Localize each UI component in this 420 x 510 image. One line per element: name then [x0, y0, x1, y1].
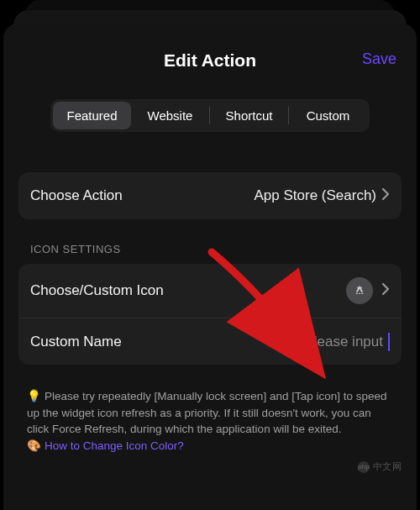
watermark: php 中文网	[358, 460, 402, 473]
custom-name-label: Custom Name	[30, 334, 122, 350]
tip-body: Please try repeatedly [Manually lock scr…	[27, 390, 386, 435]
save-button[interactable]: Save	[362, 50, 396, 68]
choose-action-value: App Store (Search)	[254, 187, 376, 204]
sheet-title: Edit Action	[164, 50, 256, 71]
chevron-right-icon	[381, 282, 390, 299]
watermark-text: 中文网	[373, 460, 402, 473]
segment-featured[interactable]: Featured	[53, 102, 131, 129]
choose-action-cell[interactable]: Choose Action App Store (Search)	[18, 172, 402, 219]
palette-icon: 🎨	[27, 438, 41, 455]
choose-icon-label: Choose/Custom Icon	[30, 282, 164, 299]
custom-name-input[interactable]: Please input	[304, 334, 383, 350]
segment-website[interactable]: Website	[131, 102, 209, 129]
bulb-icon: 💡	[27, 388, 41, 405]
custom-name-cell[interactable]: Custom Name Please input	[18, 318, 402, 365]
app-store-icon	[346, 277, 373, 304]
choose-action-group: Choose Action App Store (Search)	[18, 172, 402, 219]
choose-icon-cell[interactable]: Choose/Custom Icon	[18, 264, 402, 318]
segment-shortcut[interactable]: Shortcut	[210, 102, 288, 129]
segment-custom[interactable]: Custom	[289, 102, 367, 129]
text-cursor	[388, 333, 390, 351]
sheet-header: Edit Action Save	[18, 50, 402, 71]
change-icon-color-link[interactable]: How to Change Icon Color?	[45, 439, 184, 452]
tip-text-block: 💡Please try repeatedly [Manually lock sc…	[18, 388, 402, 454]
icon-settings-header: ICON SETTINGS	[30, 243, 402, 255]
choose-action-label: Choose Action	[30, 187, 123, 204]
edit-action-sheet: Edit Action Save Featured Website Shortc…	[3, 24, 417, 510]
php-logo-icon: php	[358, 461, 370, 473]
action-type-segmented-control[interactable]: Featured Website Shortcut Custom	[50, 99, 370, 132]
icon-settings-group: Choose/Custom Icon Custom Name Please in…	[18, 264, 402, 365]
chevron-right-icon	[381, 187, 390, 204]
